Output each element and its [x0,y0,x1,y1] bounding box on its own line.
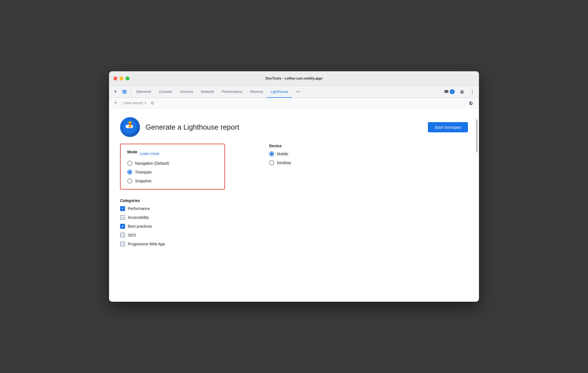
device-title: Device [269,144,291,148]
page-title: Generate a Lighthouse report [145,123,239,132]
minimize-button[interactable] [120,77,123,80]
tabs-right-actions: 1 [442,87,477,96]
chevron-down-icon: ▼ [144,101,147,104]
start-timespan-button[interactable]: Start timespan [428,122,468,132]
options-row: Mode Learn more Navigation (Default) Tim… [120,144,468,190]
tab-divider [131,88,131,95]
svg-rect-0 [123,90,124,91]
header-left: Generate a Lighthouse report [120,117,239,137]
device-section: Device Mobile Desktop [269,144,291,190]
report-selector[interactable]: (new report) ▼ [124,101,147,105]
tab-more[interactable]: >> [292,86,304,98]
categories-title: Categories [120,198,468,203]
categories-checkbox-group: Performance Accessibility Best practices… [120,206,468,246]
desktop-radio[interactable] [269,160,274,165]
mode-title-row: Mode Learn more [127,150,218,157]
device-radio-group: Mobile Desktop [269,151,291,165]
snapshot-radio[interactable] [127,178,132,183]
svg-point-4 [472,90,473,90]
cursor-icon[interactable] [111,87,120,96]
device-mobile-option[interactable]: Mobile [269,151,291,156]
seo-checkbox[interactable] [120,233,125,238]
lighthouse-logo-svg [123,120,137,134]
devtools-tabs: Elements Console Sources Network Perform… [109,86,479,98]
category-accessibility[interactable]: Accessibility [120,215,468,220]
toolbar-divider [121,100,121,106]
mode-title: Mode [127,150,137,154]
svg-rect-15 [129,124,131,125]
scrollbar[interactable] [476,108,478,302]
svg-rect-3 [125,92,126,93]
cancel-icon[interactable]: ⊘ [149,100,156,106]
categories-section: Categories Performance Accessibility Bes… [120,198,468,246]
tab-performance[interactable]: Performance [218,86,246,98]
mode-snapshot-option[interactable]: Snapshot [127,178,218,183]
settings-icon[interactable] [458,87,467,96]
close-button[interactable] [113,77,117,80]
accessibility-checkbox[interactable] [120,215,125,220]
lighthouse-toolbar: + (new report) ▼ ⊘ [109,98,479,108]
svg-rect-2 [123,92,124,93]
category-seo[interactable]: SEO [120,233,468,238]
best-practices-checkbox[interactable] [120,224,125,229]
toolbar-right [467,99,476,107]
tab-network[interactable]: Network [197,86,218,98]
performance-checkbox[interactable] [120,206,125,211]
tab-elements[interactable]: Elements [133,86,155,98]
mode-section: Mode Learn more Navigation (Default) Tim… [120,144,225,190]
device-desktop-option[interactable]: Desktop [269,160,291,165]
svg-point-6 [472,93,473,94]
timespan-radio[interactable] [127,170,132,175]
tab-console[interactable]: Console [155,86,176,98]
category-performance[interactable]: Performance [120,206,468,211]
window-title: DevTools - coffee-cart.netlify.app/ [266,76,323,80]
inspect-icon[interactable] [120,87,129,96]
devtools-window: DevTools - coffee-cart.netlify.app/ Elem… [109,71,479,302]
report-name: (new report) [124,101,143,105]
svg-point-5 [472,91,473,92]
lighthouse-header: Generate a Lighthouse report Start times… [120,117,468,137]
scrollbar-thumb[interactable] [476,119,478,153]
tab-sources[interactable]: Sources [176,86,197,98]
navigation-radio[interactable] [127,161,132,166]
badge-count: 1 [450,89,455,94]
traffic-lights [113,77,129,80]
title-bar: DevTools - coffee-cart.netlify.app/ [109,71,479,86]
mode-navigation-option[interactable]: Navigation (Default) [127,161,218,166]
mode-radio-group: Navigation (Default) Timespan Snapshot [127,161,218,183]
category-pwa[interactable]: Progressive Web App [120,241,468,246]
chat-badge-button[interactable]: 1 [442,88,457,95]
main-content: Generate a Lighthouse report Start times… [109,108,479,302]
svg-rect-1 [125,90,126,91]
learn-more-link[interactable]: Learn more [140,151,160,156]
lighthouse-logo [120,117,140,137]
pwa-checkbox[interactable] [120,241,125,246]
add-report-button[interactable]: + [112,100,119,106]
category-best-practices[interactable]: Best practices [120,224,468,229]
maximize-button[interactable] [126,77,129,80]
svg-rect-14 [128,122,131,122]
more-options-icon[interactable] [468,87,477,96]
svg-rect-16 [129,127,131,128]
tab-lighthouse[interactable]: Lighthouse [267,86,292,98]
mobile-radio[interactable] [269,151,274,156]
mode-timespan-option[interactable]: Timespan [127,170,218,175]
tab-memory[interactable]: Memory [246,86,267,98]
toolbar-settings-icon[interactable] [467,99,476,107]
